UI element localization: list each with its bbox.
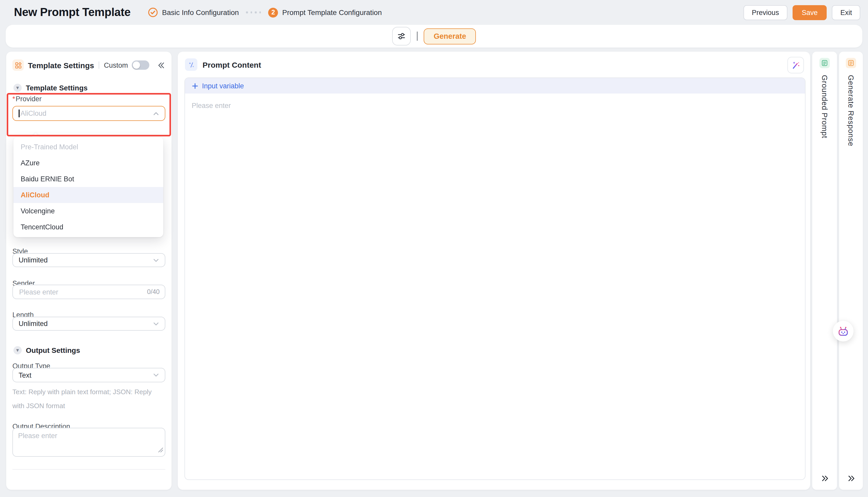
input-variable-label: Input variable [202,82,244,90]
grounded-prompt-doc-icon [820,58,830,68]
header-divider [99,61,99,69]
output-settings-section-header[interactable]: ▼ Output Settings [13,346,80,354]
toolbar-divider [417,31,418,41]
template-grid-icon [12,59,24,71]
sender-input[interactable] [18,287,144,296]
provider-option-alicloud[interactable]: AliCloud [13,187,163,203]
generate-button[interactable]: Generate [424,28,476,44]
exit-button[interactable]: Exit [832,5,860,20]
collapse-triangle-icon: ▼ [13,346,22,354]
optimize-prompt-button[interactable] [787,57,804,73]
style-select[interactable]: Unlimited [12,253,165,267]
prompt-sparkle-icon [185,58,197,71]
chevron-double-right-icon [847,474,855,483]
provider-combobox[interactable]: AliCloud [12,106,165,121]
generate-response-doc-icon [846,58,856,68]
provider-dropdown: Pre-Trained Model AZure Baidu ERNIE Bot … [13,137,163,237]
input-variable-bar[interactable]: Input variable [185,78,805,94]
step-number-badge: 2 [268,8,278,17]
step-separator-dots [246,12,261,13]
model-settings-button[interactable] [392,27,411,45]
grounded-prompt-tab-label: Grounded Prompt [821,75,829,139]
save-button[interactable]: Save [792,5,827,20]
provider-option-baidu-ernie-bot[interactable]: Baidu ERNIE Bot [13,171,163,187]
step-basic-info[interactable]: Basic Info Configuration [147,7,239,17]
panel-title: Template Settings [28,61,94,70]
output-type-select[interactable]: Text [12,368,165,382]
sliders-icon [397,31,406,41]
magic-wand-icon [791,60,800,70]
robot-icon [837,325,850,337]
generate-toolbar: Generate [6,25,862,47]
new-prompt-template-page: New Prompt Template Basic Info Configura… [0,0,868,497]
custom-toggle[interactable] [131,60,149,70]
header-actions: Previous Save Exit [743,5,860,20]
output-description-field [12,428,165,457]
provider-option-azure[interactable]: AZure [13,155,163,171]
prompt-content-header: Prompt Content [178,52,810,77]
assistant-robot-button[interactable] [833,321,854,341]
custom-toggle-label: Custom [104,61,128,69]
page-title: New Prompt Template [14,6,130,19]
sender-field: 0/40 [12,285,165,299]
collapse-panel-button[interactable] [157,61,165,70]
required-asterisk: * [12,95,15,103]
provider-placeholder: AliCloud [20,110,46,117]
generate-response-tab-label: Generate Response [847,75,855,146]
plus-icon [192,82,198,89]
expand-generate-response-button[interactable] [845,472,857,485]
chevron-double-left-icon [157,61,165,70]
top-header: New Prompt Template Basic Info Configura… [0,0,868,25]
chevron-down-icon [153,373,159,377]
generate-response-panel[interactable]: Generate Response [839,52,863,490]
length-select[interactable]: Unlimited [12,317,165,331]
chevron-down-icon [153,258,159,262]
text-cursor [18,110,19,117]
provider-option-volcengine[interactable]: Volcengine [13,203,163,219]
chevron-up-icon [153,111,159,115]
previous-button[interactable]: Previous [743,5,787,20]
expand-grounded-prompt-button[interactable] [819,472,831,485]
chevron-double-right-icon [821,474,829,483]
prompt-content-panel: Prompt Content [178,52,810,490]
wizard-steps: Basic Info Configuration 2 Prompt Templa… [147,7,382,17]
template-settings-section-header[interactable]: ▼ Template Settings [13,84,88,92]
template-settings-panel: Template Settings Custom ▼ Template Sett… [6,52,172,490]
chevron-down-icon [153,322,159,326]
step-label: Prompt Template Configuration [282,8,382,16]
step-prompt-template[interactable]: 2 Prompt Template Configuration [268,8,382,17]
output-description-textarea[interactable] [13,428,165,456]
step-label: Basic Info Configuration [162,8,239,16]
prompt-editor-body[interactable]: Please enter [185,94,805,117]
prompt-editor: Input variable Please enter [184,77,806,480]
provider-label: *Provider [12,95,42,103]
sidebar-divider [12,469,165,470]
provider-option-pretrained[interactable]: Pre-Trained Model [13,139,163,155]
template-settings-panel-header: Template Settings Custom [12,58,165,72]
output-type-help-text: Text: Reply with plain text format; JSON… [12,385,165,413]
collapse-triangle-icon: ▼ [13,84,22,92]
editor-placeholder: Please enter [192,102,231,110]
grounded-prompt-panel[interactable]: Grounded Prompt [812,52,837,490]
prompt-content-title: Prompt Content [202,60,261,69]
char-counter: 0/40 [147,288,160,296]
provider-option-tencentcloud[interactable]: TencentCloud [13,219,163,235]
step-done-check-icon [147,7,158,17]
